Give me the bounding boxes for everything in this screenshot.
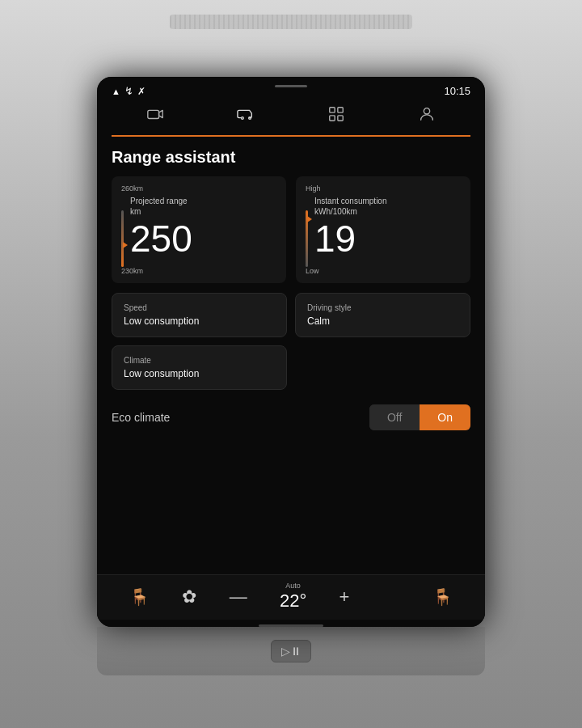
eco-on-button[interactable]: On xyxy=(420,404,470,430)
temperature-value: 22° xyxy=(280,590,306,612)
status-icons-left: ▲ ↯ ✗ xyxy=(112,85,146,97)
range-bar-arrow xyxy=(123,242,128,248)
clock: 10:15 xyxy=(444,85,470,97)
nav-car[interactable] xyxy=(237,105,255,127)
nav-grid[interactable] xyxy=(327,105,345,127)
driving-style-card[interactable]: Driving style Calm xyxy=(295,293,470,337)
range-max-label: 260km xyxy=(121,184,276,193)
svg-point-8 xyxy=(424,108,429,114)
consumption-text: Instant consumption kWh/100km 19 xyxy=(314,196,461,260)
speed-card-title: Speed xyxy=(124,303,275,312)
svg-rect-0 xyxy=(148,110,159,118)
nav-camera[interactable] xyxy=(146,105,164,127)
consumption-bar-arrow xyxy=(307,216,312,222)
seat-heat-left-icon[interactable]: 🪑 xyxy=(129,587,150,607)
gauge-left-inner: Projected range km 250 xyxy=(121,196,276,267)
temp-increase-button[interactable]: + xyxy=(339,586,349,607)
range-text: Projected range km 250 xyxy=(130,196,276,260)
consumption-gauge: High Instant consumption kWh/100km xyxy=(296,176,470,283)
svg-rect-6 xyxy=(330,116,335,121)
swipe-indicator xyxy=(275,85,307,87)
main-content: Range assistant 260km xyxy=(97,137,485,574)
cards-row-1: Speed Low consumption Driving style Calm xyxy=(112,293,470,337)
svg-rect-5 xyxy=(338,108,343,112)
climate-card[interactable]: Climate Low consumption xyxy=(112,345,287,390)
nav-profile[interactable] xyxy=(418,105,436,127)
gauge-right-inner: Instant consumption kWh/100km 19 xyxy=(306,196,461,267)
eco-climate-label: Eco climate xyxy=(112,411,170,424)
range-value: 250 xyxy=(130,220,276,257)
temp-decrease-button[interactable]: — xyxy=(230,586,247,607)
cards-row-2: Climate Low consumption xyxy=(112,345,470,390)
consumption-value: 19 xyxy=(314,220,461,257)
speed-card[interactable]: Speed Low consumption xyxy=(112,293,287,337)
status-bar: ▲ ↯ ✗ 10:15 xyxy=(97,77,485,102)
physical-controls: ▷⏸ xyxy=(97,627,485,675)
nav-bar xyxy=(97,102,485,135)
driving-style-value: Calm xyxy=(307,315,458,327)
driving-style-title: Driving style xyxy=(307,303,458,312)
bluetooth-icon: ✗ xyxy=(137,86,146,97)
empty-card-slot xyxy=(295,345,470,390)
play-pause-button[interactable]: ▷⏸ xyxy=(271,640,311,662)
eco-toggle-group: Off On xyxy=(369,404,470,430)
wifi-icon: ↯ xyxy=(124,85,133,97)
home-indicator[interactable] xyxy=(259,624,323,627)
climate-card-value: Low consumption xyxy=(124,368,275,379)
climate-bottom-bar: 🪑 ✿ — Auto 22° + 🪑 xyxy=(97,574,485,620)
signal-icon: ▲ xyxy=(112,87,120,96)
consumption-title: Instant consumption kWh/100km xyxy=(314,196,461,217)
consumption-bar xyxy=(306,210,308,267)
gauges-row: 260km Projected range km xyxy=(112,176,470,283)
screen-content: ▲ ↯ ✗ 10:15 xyxy=(97,77,485,627)
seat-heat-right-icon[interactable]: 🪑 xyxy=(432,587,453,607)
page-title: Range assistant xyxy=(112,137,470,176)
svg-rect-4 xyxy=(330,108,335,112)
range-bar xyxy=(121,210,124,267)
range-min-label: 230km xyxy=(121,267,276,275)
speaker-grille-top xyxy=(170,15,412,29)
eco-climate-row: Eco climate Off On xyxy=(112,401,470,437)
consumption-min-label: Low xyxy=(306,267,461,275)
consumption-max-label: High xyxy=(306,184,461,193)
climate-card-title: Climate xyxy=(124,356,275,365)
svg-rect-7 xyxy=(338,116,343,121)
fan-icon[interactable]: ✿ xyxy=(182,586,196,607)
projected-range-gauge: 260km Projected range km xyxy=(112,176,286,283)
eco-off-button[interactable]: Off xyxy=(369,404,420,430)
temperature-display: Auto 22° xyxy=(280,582,306,612)
range-title: Projected range km xyxy=(130,196,276,217)
car-surround: ▲ ↯ ✗ 10:15 xyxy=(0,0,582,728)
speed-card-value: Low consumption xyxy=(124,315,275,327)
auto-label: Auto xyxy=(285,582,301,590)
svg-point-2 xyxy=(242,117,244,120)
infotainment-screen: ▲ ↯ ✗ 10:15 xyxy=(97,77,485,627)
